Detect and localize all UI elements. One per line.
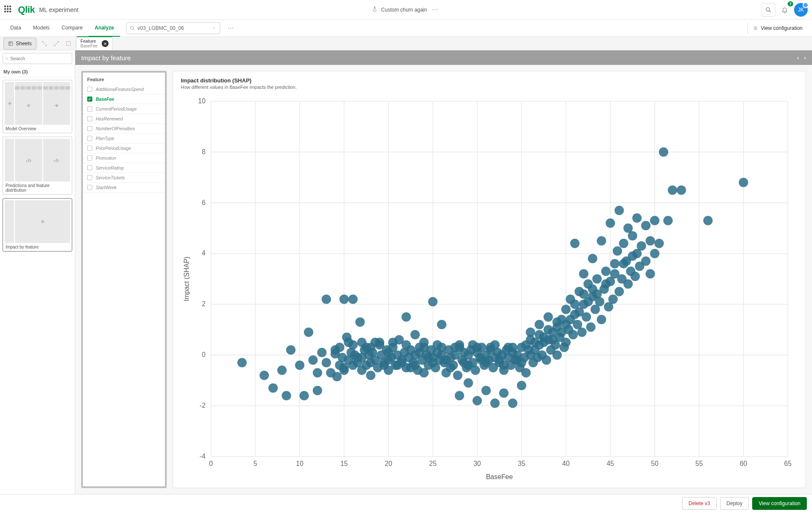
filter-tag-feature[interactable]: Feature BaseFee ✕ xyxy=(76,36,112,50)
svg-point-228 xyxy=(613,246,622,256)
checkbox-icon xyxy=(87,116,92,121)
view-configuration-button[interactable]: View configuration xyxy=(752,497,807,510)
chart-subtitle: How different values in BaseFee impacts … xyxy=(181,85,798,90)
sheet-card[interactable]: ✦✦✦Model Overview xyxy=(3,80,72,133)
model-selector[interactable] xyxy=(126,22,220,34)
svg-text:6: 6 xyxy=(202,199,206,206)
svg-point-155 xyxy=(481,386,491,395)
svg-point-140 xyxy=(455,391,464,400)
feature-item[interactable]: ServiceRating xyxy=(83,163,165,173)
svg-point-195 xyxy=(553,350,562,360)
sheets-button[interactable]: Sheets xyxy=(3,38,36,50)
deploy-button[interactable]: Deploy xyxy=(720,497,749,510)
checkbox-icon xyxy=(87,155,92,161)
svg-point-287 xyxy=(344,338,353,347)
svg-point-63 xyxy=(295,360,304,370)
svg-point-310 xyxy=(548,335,557,345)
sheets-label: Sheets xyxy=(16,41,32,47)
svg-text:40: 40 xyxy=(562,460,570,467)
feature-item[interactable]: PlanType xyxy=(83,134,165,143)
feature-panel-title: Feature xyxy=(83,77,165,85)
feature-label: PriorPeriodUsage xyxy=(96,146,131,151)
feature-item[interactable]: AdditionalFeatureSpend xyxy=(83,85,165,94)
svg-point-289 xyxy=(362,343,371,352)
svg-text:65: 65 xyxy=(784,460,792,467)
svg-point-165 xyxy=(499,389,509,398)
svg-point-234 xyxy=(624,279,633,289)
feature-label: CurrentPeriodUsage xyxy=(96,106,137,111)
svg-rect-6 xyxy=(28,159,29,162)
pager-next-button[interactable]: › xyxy=(804,54,806,61)
search-button[interactable] xyxy=(762,3,775,17)
feature-label: StartWeek xyxy=(96,185,117,190)
selection-back-button[interactable] xyxy=(38,38,50,50)
notifications-button[interactable]: 7 xyxy=(778,3,791,17)
svg-text:30: 30 xyxy=(474,460,481,467)
svg-point-317 xyxy=(610,269,620,278)
page-title: ML experiment xyxy=(39,6,79,13)
svg-point-314 xyxy=(583,297,593,307)
feature-item[interactable]: HasRenewed xyxy=(83,114,165,124)
checkbox-icon xyxy=(87,136,92,141)
sheet-card[interactable]: ✦Impact by feature xyxy=(3,198,72,252)
my-own-header: My own (3) xyxy=(0,67,75,77)
sheet-search-input[interactable] xyxy=(10,56,69,61)
svg-point-303 xyxy=(486,343,495,352)
svg-point-170 xyxy=(508,398,518,408)
chart-title: Impact distribution (SHAP) xyxy=(181,77,798,84)
view-configuration-button-top[interactable]: View configuration xyxy=(747,22,808,35)
svg-text:35: 35 xyxy=(518,460,526,467)
svg-point-217 xyxy=(592,274,602,284)
model-menu-button[interactable]: ⋯ xyxy=(226,23,236,33)
feature-item[interactable]: StartWeek xyxy=(83,183,165,193)
svg-point-190 xyxy=(544,312,553,322)
svg-point-60 xyxy=(277,366,287,375)
sliders-icon xyxy=(753,26,758,31)
feature-item[interactable]: Promotion xyxy=(83,153,165,163)
app-launcher-icon[interactable] xyxy=(4,6,13,14)
sheet-search[interactable] xyxy=(3,53,72,64)
sheet-card[interactable]: Predictions and feature distribution xyxy=(3,137,72,195)
feature-item[interactable]: NumberOfPenalties xyxy=(83,124,165,134)
svg-point-4 xyxy=(6,57,8,59)
nav-tab-compare[interactable]: Compare xyxy=(56,20,88,37)
svg-point-69 xyxy=(317,348,327,357)
feature-item[interactable]: CurrentPeriodUsage xyxy=(83,104,165,114)
svg-point-232 xyxy=(619,239,628,248)
svg-point-77 xyxy=(339,295,349,304)
checkbox-icon xyxy=(87,126,92,131)
nav-tab-analyze[interactable]: Analyze xyxy=(88,20,120,37)
model-selector-input[interactable] xyxy=(138,25,209,31)
feature-item[interactable]: ServiceTickets xyxy=(83,173,165,183)
notifications-badge: 7 xyxy=(788,1,793,6)
svg-point-61 xyxy=(282,391,291,400)
sheets-icon xyxy=(8,41,13,46)
checkbox-icon xyxy=(87,106,92,111)
svg-point-249 xyxy=(654,239,664,248)
nav-tab-models[interactable]: Models xyxy=(27,20,56,37)
feature-item[interactable]: PriorPeriodUsage xyxy=(83,143,165,153)
selection-clear-button[interactable] xyxy=(62,38,74,50)
svg-point-160 xyxy=(490,398,500,408)
svg-text:4: 4 xyxy=(202,249,206,257)
svg-text:-4: -4 xyxy=(200,453,206,460)
svg-point-225 xyxy=(606,218,615,228)
svg-point-237 xyxy=(628,231,637,240)
svg-point-295 xyxy=(415,343,424,352)
selection-forward-button[interactable] xyxy=(50,38,62,50)
svg-point-222 xyxy=(601,266,611,276)
user-avatar[interactable]: JK xyxy=(794,3,808,17)
svg-point-298 xyxy=(441,355,451,365)
delete-button[interactable]: Delete v3 xyxy=(682,497,717,510)
experiment-menu-button[interactable]: ⋯ xyxy=(430,5,440,15)
svg-rect-9 xyxy=(56,159,57,162)
svg-text:60: 60 xyxy=(740,460,747,467)
svg-point-0 xyxy=(766,7,770,11)
feature-label: PlanType xyxy=(96,136,115,141)
svg-text:2: 2 xyxy=(202,300,206,307)
svg-point-309 xyxy=(539,338,548,347)
feature-item[interactable]: BaseFee xyxy=(83,94,165,104)
nav-tab-data[interactable]: Data xyxy=(4,20,27,37)
pager-prev-button[interactable]: ‹ xyxy=(797,54,799,61)
filter-close-button[interactable]: ✕ xyxy=(102,40,109,47)
